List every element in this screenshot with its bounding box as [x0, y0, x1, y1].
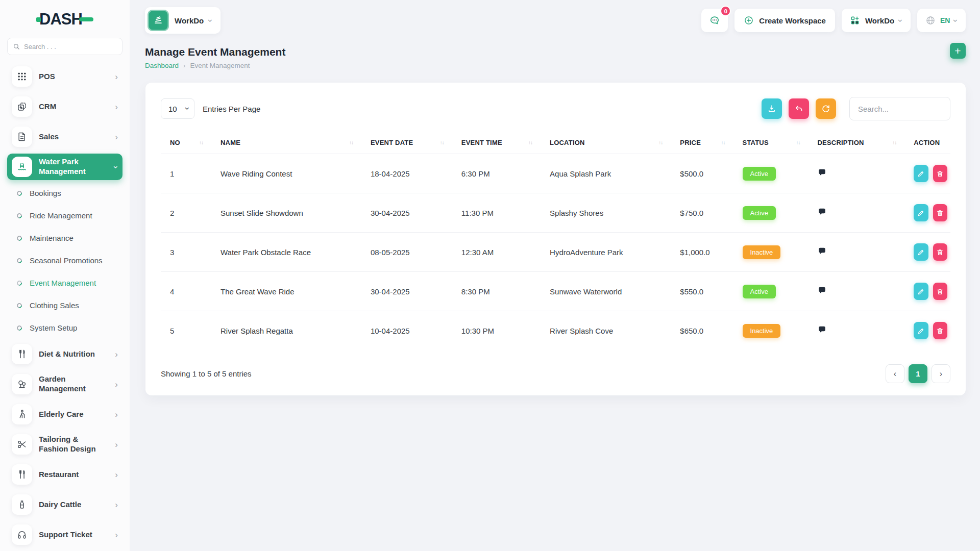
sidebar-item-seasonal-promotions[interactable]: Seasonal Promotions	[7, 251, 122, 270]
entries-select[interactable]: 10	[161, 98, 194, 119]
sidebar-item-label: Garden Management	[39, 374, 108, 394]
description-bubble-icon[interactable]	[817, 246, 827, 256]
sidebar-item-support-ticket[interactable]: Support Ticket ›	[7, 521, 122, 548]
edit-button[interactable]	[914, 204, 928, 221]
sidebar-item-water-park-management[interactable]: Water Park Management ›	[7, 154, 122, 180]
delete-button[interactable]	[933, 165, 947, 182]
sidebar-item-event-management[interactable]: Event Management	[7, 273, 122, 292]
breadcrumb-dashboard-link[interactable]: Dashboard	[145, 62, 179, 69]
sidebar-item-restaurant[interactable]: Restaurant ›	[7, 461, 122, 488]
messages-button[interactable]: 0	[701, 9, 728, 32]
bullet-icon	[16, 324, 23, 331]
pagination-prev-button[interactable]: ‹	[886, 364, 904, 383]
column-header-action[interactable]: ACTION	[904, 133, 950, 154]
delete-button[interactable]	[933, 322, 947, 339]
sidebar-item-maintenance[interactable]: Maintenance	[7, 229, 122, 247]
search-icon	[13, 43, 20, 50]
edit-button[interactable]	[914, 322, 928, 339]
sort-arrows-icon[interactable]: ↑↓	[349, 140, 353, 145]
sidebar-subitem-label: Event Management	[30, 279, 96, 287]
cell-price: $500.0	[671, 154, 733, 193]
sort-arrows-icon[interactable]: ↑↓	[658, 140, 663, 145]
sidebar-item-clothing-sales[interactable]: Clothing Sales	[7, 296, 122, 315]
cell-action	[904, 154, 950, 193]
sidebar-item-system-setup[interactable]: System Setup	[7, 318, 122, 337]
workspace-switcher[interactable]: WorkDo ›	[145, 7, 220, 34]
column-header-event-time[interactable]: EVENT TIME ↑↓	[452, 133, 541, 154]
cell-price: $750.0	[671, 193, 733, 233]
status-badge: Active	[743, 285, 776, 298]
cell-event-time: 12:30 AM	[452, 233, 541, 272]
pagination-page-1-button[interactable]: 1	[909, 364, 927, 383]
showing-entries-text: Showing 1 to 5 of 5 entries	[161, 369, 252, 378]
create-workspace-button[interactable]: Create Workspace	[734, 9, 835, 32]
add-event-button[interactable]: +	[950, 43, 966, 59]
table-search-input[interactable]	[849, 97, 950, 120]
create-workspace-label: Create Workspace	[759, 16, 826, 25]
delete-button[interactable]	[933, 204, 947, 221]
sort-arrows-icon[interactable]: ↑↓	[528, 140, 532, 145]
sort-arrows-icon[interactable]: ↑↓	[796, 140, 800, 145]
sidebar-item-crm[interactable]: CRM ›	[7, 93, 122, 120]
walking-person-icon	[12, 404, 32, 424]
chat-bubble-icon	[709, 15, 720, 26]
description-bubble-icon[interactable]	[817, 207, 827, 217]
delete-button[interactable]	[933, 243, 947, 261]
sort-arrows-icon[interactable]: ↑↓	[440, 140, 444, 145]
page-head: Manage Event Management Dashboard › Even…	[130, 39, 980, 69]
sidebar-item-elderly-care[interactable]: Elderly Care ›	[7, 401, 122, 428]
sidebar-item-bookings[interactable]: Bookings	[7, 184, 122, 203]
sidebar-item-dairy-cattle[interactable]: Dairy Cattle ›	[7, 491, 122, 518]
language-selector[interactable]: EN ›	[917, 9, 966, 32]
column-header-price[interactable]: PRICE ↑↓	[671, 133, 733, 154]
chevron-right-icon: ›	[115, 133, 118, 141]
column-header-status[interactable]: STATUS ↑↓	[733, 133, 808, 154]
sidebar-subitem-label: Seasonal Promotions	[30, 256, 103, 265]
sort-arrows-icon[interactable]: ↑↓	[721, 140, 725, 145]
sidebar-item-garden-management[interactable]: Garden Management ›	[7, 371, 122, 397]
sort-arrows-icon[interactable]: ↑↓	[199, 140, 203, 145]
cutlery-icon	[12, 464, 32, 485]
reload-button[interactable]	[816, 98, 836, 119]
sidebar-item-sales[interactable]: Sales ›	[7, 123, 122, 150]
column-header-event-date[interactable]: EVENT DATE ↑↓	[361, 133, 452, 154]
description-bubble-icon[interactable]	[817, 286, 827, 295]
reset-button[interactable]	[789, 98, 809, 119]
sort-arrows-icon[interactable]: ↑↓	[892, 140, 896, 145]
pencil-icon	[917, 327, 925, 335]
sidebar-search-input[interactable]	[24, 43, 117, 51]
pencil-icon	[917, 248, 925, 256]
sidebar-item-diet-nutrition[interactable]: Diet & Nutrition ›	[7, 341, 122, 367]
pagination-next-button[interactable]: ›	[932, 364, 950, 383]
table-body: 1 Wave Riding Contest 18-04-2025 6:30 PM…	[161, 154, 950, 350]
edit-button[interactable]	[914, 243, 928, 261]
export-button[interactable]	[762, 98, 782, 119]
sidebar-item-tailoring-fashion-design[interactable]: Tailoring & Fashion Design ›	[7, 431, 122, 458]
edit-button[interactable]	[914, 165, 928, 182]
description-bubble-icon[interactable]	[817, 168, 827, 178]
workspace-logo-tile	[148, 10, 169, 31]
workspace-name: WorkDo	[175, 16, 204, 25]
column-header-location[interactable]: LOCATION ↑↓	[541, 133, 671, 154]
sidebar-item-label: Support Ticket	[39, 530, 108, 540]
chevron-right-icon: ›	[115, 350, 118, 359]
trash-icon	[936, 288, 944, 295]
chevron-down-icon: ›	[207, 19, 215, 22]
sidebar-item-pos[interactable]: POS ›	[7, 63, 122, 90]
brand-logo[interactable]: DASH	[7, 7, 122, 32]
workdo-menu-button[interactable]: WorkDo ›	[842, 9, 911, 32]
plus-circle-icon	[744, 15, 754, 26]
sidebar-item-ride-management[interactable]: Ride Management	[7, 206, 122, 225]
column-header-description[interactable]: DESCRIPTION ↑↓	[808, 133, 904, 154]
table-header-row: NO ↑↓ NAME ↑↓ EVENT DATE ↑↓ EVENT TIME ↑…	[161, 133, 950, 154]
trash-icon	[936, 248, 944, 256]
sidebar-search	[7, 38, 122, 55]
cell-name: The Great Wave Ride	[211, 272, 361, 311]
description-bubble-icon[interactable]	[817, 325, 827, 335]
column-header-no[interactable]: NO ↑↓	[161, 133, 211, 154]
delete-button[interactable]	[933, 283, 947, 300]
topbar-actions: 0 Create Workspace WorkDo › EN ›	[701, 9, 966, 32]
cell-no: 5	[161, 311, 211, 350]
edit-button[interactable]	[914, 283, 928, 300]
column-header-name[interactable]: NAME ↑↓	[211, 133, 361, 154]
